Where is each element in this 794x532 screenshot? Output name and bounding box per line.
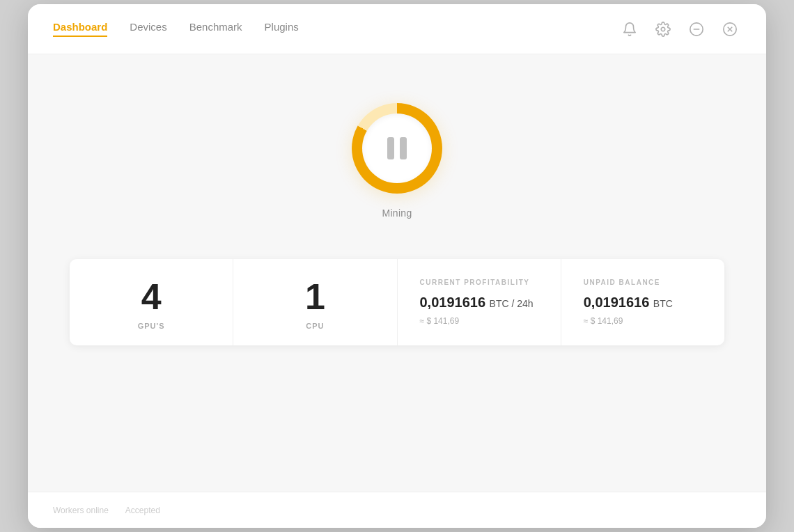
cpu-count-label: CPU (306, 322, 324, 330)
nav-item-benchmark[interactable]: Benchmark (189, 21, 242, 37)
app-window: Dashboard Devices Benchmark Plugins (28, 4, 766, 528)
balance-main-value: 0,0191616 BTC (584, 295, 673, 311)
top-actions (618, 18, 741, 40)
stat-card-cpu: 1 CPU (233, 259, 397, 345)
pause-bar-right (400, 137, 407, 159)
mining-center: Mining (70, 82, 724, 252)
mining-toggle-button[interactable] (352, 103, 442, 194)
close-button[interactable] (719, 18, 741, 40)
balance-unit: BTC (653, 298, 673, 309)
gpu-count-value: 4 (141, 279, 162, 315)
mining-btn-inner (362, 114, 432, 183)
cpu-count-value: 1 (305, 279, 325, 315)
minimize-icon (689, 22, 704, 37)
gpu-count-label: GPU'S (138, 322, 165, 330)
nav-item-dashboard[interactable]: Dashboard (53, 21, 107, 37)
stat-card-balance: UNPAID BALANCE 0,0191616 BTC ≈ $ 141,69 (561, 259, 724, 345)
bottom-bar: Workers online Accepted (28, 492, 766, 528)
stat-card-gpus: 4 GPU'S (70, 259, 233, 345)
gear-icon (655, 22, 671, 37)
balance-section-label: UNPAID BALANCE (584, 279, 660, 286)
main-content: Mining 4 GPU'S 1 CPU CURRENT PROFITABILI… (28, 54, 766, 492)
nav-links: Dashboard Devices Benchmark Plugins (53, 21, 299, 37)
mining-status-label: Mining (382, 208, 412, 219)
nav-item-plugins[interactable]: Plugins (265, 21, 299, 37)
bell-icon (622, 22, 637, 37)
profitability-sub-value: ≈ $ 141,69 (420, 316, 460, 326)
balance-sub-value: ≈ $ 141,69 (584, 316, 623, 326)
accepted-label: Accepted (125, 506, 160, 515)
settings-button[interactable] (652, 18, 674, 40)
svg-point-0 (661, 27, 665, 31)
profitability-main-value: 0,0191616 BTC / 24h (420, 295, 534, 311)
top-bar: Dashboard Devices Benchmark Plugins (28, 4, 766, 54)
workers-online-label: Workers online (53, 506, 109, 515)
pause-bar-left (387, 137, 394, 159)
stats-row: 4 GPU'S 1 CPU CURRENT PROFITABILITY 0,01… (70, 259, 724, 345)
minimize-button[interactable] (685, 18, 708, 40)
profitability-section-label: CURRENT PROFITABILITY (420, 279, 530, 286)
nav-item-devices[interactable]: Devices (130, 21, 166, 37)
stat-card-profitability: CURRENT PROFITABILITY 0,0191616 BTC / 24… (398, 259, 561, 345)
profitability-unit: BTC / 24h (490, 298, 534, 309)
close-icon (722, 22, 738, 37)
pause-icon (387, 137, 407, 159)
notification-button[interactable] (618, 18, 641, 40)
